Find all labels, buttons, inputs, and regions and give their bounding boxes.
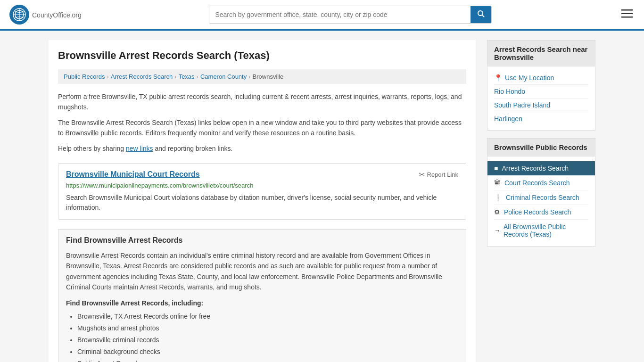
svg-rect-7 xyxy=(621,13,633,15)
list-item: Brownsville, TX Arrest Records online fo… xyxy=(77,311,458,322)
link-card-title[interactable]: Brownsville Municipal Court Records xyxy=(66,170,200,179)
content-area: Brownsville Arrest Records Search (Texas… xyxy=(49,40,476,362)
arrow-icon: → xyxy=(494,227,501,234)
pr-item-police-records[interactable]: ⚙ Police Records Search xyxy=(494,205,588,220)
menu-button[interactable] xyxy=(619,7,635,23)
police-records-icon: ⚙ xyxy=(494,208,500,216)
all-records-link[interactable]: All Brownsville Public Records (Texas) xyxy=(504,223,588,238)
link-card-header: Brownsville Municipal Court Records ✂ Re… xyxy=(66,170,458,179)
find-section-heading: Find Brownsville Arrest Records xyxy=(66,236,458,245)
court-records-link[interactable]: Court Records Search xyxy=(504,179,570,187)
link-url[interactable]: https://www.municipalonlinepayments.com/… xyxy=(66,182,458,189)
sidebar-public-records-body: ■ Arrest Records Search 🏛 Court Records … xyxy=(487,156,595,246)
sidebar-public-records-section: Brownsville Public Records ■ Arrest Reco… xyxy=(487,138,595,247)
pr-item-criminal-records[interactable]: ❕ Criminal Records Search xyxy=(494,190,588,205)
nearby-link[interactable]: Rio Hondo xyxy=(494,88,525,95)
link-desc: Search Brownsville Municipal Court viola… xyxy=(66,193,458,213)
find-section-list: Brownsville, TX Arrest Records online fo… xyxy=(66,311,458,362)
court-records-icon: 🏛 xyxy=(494,179,501,187)
description-para2: The Brownsville Arrest Records Search (T… xyxy=(58,117,466,139)
nearby-link[interactable]: South Padre Island xyxy=(494,101,550,109)
breadcrumb-arrest-records[interactable]: Arrest Records Search xyxy=(111,73,173,80)
svg-rect-6 xyxy=(621,9,633,11)
breadcrumb-cameron-county[interactable]: Cameron County xyxy=(200,73,247,80)
logo-icon xyxy=(9,5,29,25)
criminal-records-link[interactable]: Criminal Records Search xyxy=(506,194,579,201)
breadcrumb-public-records[interactable]: Public Records xyxy=(64,73,105,80)
breadcrumb-brownsville: Brownsville xyxy=(253,73,284,80)
use-my-location-item[interactable]: 📍 Use My Location xyxy=(494,71,588,85)
sidebar-nearby-title: Arrest Records Search near Brownsville xyxy=(487,41,595,66)
arrest-records-icon: ■ xyxy=(494,165,498,172)
location-icon: 📍 xyxy=(494,74,502,82)
sidebar-nearby-body: 📍 Use My Location Rio Hondo South Padre … xyxy=(487,66,595,130)
use-my-location-link[interactable]: Use My Location xyxy=(505,74,554,82)
main-container: Brownsville Arrest Records Search (Texas… xyxy=(39,40,605,362)
search-input[interactable] xyxy=(209,6,471,23)
site-header: CountyOffice.org xyxy=(0,0,644,31)
search-area xyxy=(209,6,492,24)
find-section: Find Brownsville Arrest Records Brownsvi… xyxy=(58,229,466,362)
page-title: Brownsville Arrest Records Search (Texas… xyxy=(58,49,466,62)
svg-point-4 xyxy=(478,11,483,16)
description-para3: Help others by sharing new links and rep… xyxy=(58,143,466,154)
nearby-harlingen[interactable]: Harlingen xyxy=(494,112,588,125)
breadcrumb-texas[interactable]: Texas xyxy=(179,73,195,80)
report-icon: ✂ xyxy=(419,170,425,179)
report-link-button[interactable]: ✂ Report Link xyxy=(419,170,458,179)
nearby-link[interactable]: Harlingen xyxy=(494,115,522,123)
find-section-para: Brownsville Arrest Records contain an in… xyxy=(66,250,458,293)
police-records-link[interactable]: Police Records Search xyxy=(504,208,571,216)
list-item: Mugshots and arrest photos xyxy=(77,322,458,334)
list-item: Brownsville criminal records xyxy=(77,334,458,346)
nearby-rio-hondo[interactable]: Rio Hondo xyxy=(494,85,588,99)
sidebar-public-records-title: Brownsville Public Records xyxy=(487,139,595,156)
criminal-records-icon: ❕ xyxy=(494,194,502,201)
logo-text: CountyOffice.org xyxy=(32,10,82,20)
sidebar: Arrest Records Search near Brownsville 📍… xyxy=(487,40,595,362)
find-section-subheading: Find Brownsville Arrest Records, includi… xyxy=(66,299,458,307)
sidebar-nearby-section: Arrest Records Search near Brownsville 📍… xyxy=(487,40,595,131)
link-card: Brownsville Municipal Court Records ✂ Re… xyxy=(58,163,466,220)
breadcrumb: Public Records › Arrest Records Search ›… xyxy=(58,69,466,84)
svg-rect-8 xyxy=(621,16,633,18)
list-item: Public Arrest Records xyxy=(77,358,458,362)
description-para1: Perform a free Brownsville, TX public ar… xyxy=(58,91,466,113)
nearby-south-padre-island[interactable]: South Padre Island xyxy=(494,99,588,112)
svg-line-5 xyxy=(482,15,484,17)
search-bar xyxy=(209,6,492,24)
arrest-records-link[interactable]: Arrest Records Search xyxy=(502,165,569,172)
all-records-item[interactable]: → All Brownsville Public Records (Texas) xyxy=(494,220,588,241)
list-item: Criminal background checks xyxy=(77,346,458,358)
logo-area: CountyOffice.org xyxy=(9,5,82,25)
pr-item-court-records[interactable]: 🏛 Court Records Search xyxy=(494,176,588,190)
search-button[interactable] xyxy=(471,6,491,23)
pr-item-arrest-records[interactable]: ■ Arrest Records Search xyxy=(487,161,595,176)
new-links-link[interactable]: new links xyxy=(126,145,153,152)
